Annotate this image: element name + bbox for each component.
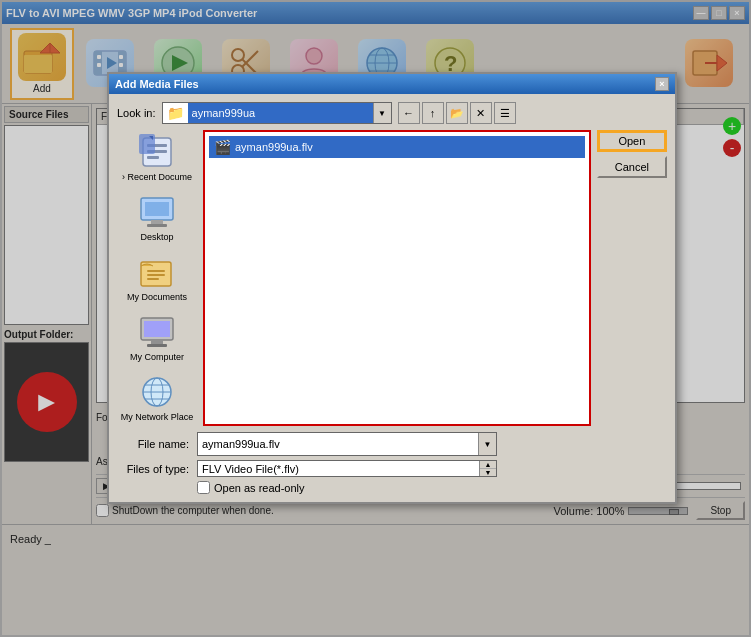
- dialog-cancel-btn[interactable]: Cancel: [597, 156, 667, 178]
- svg-rect-32: [147, 156, 159, 159]
- nav-mycomputer[interactable]: My Computer: [117, 310, 197, 366]
- mydocs-icon: [139, 254, 175, 290]
- dialog-close-icon[interactable]: ×: [655, 77, 669, 91]
- dialog-title-text: Add Media Files: [115, 78, 655, 90]
- delete-btn[interactable]: ✕: [470, 102, 492, 124]
- svg-rect-42: [147, 278, 159, 280]
- dialog-titlebar: Add Media Files ×: [109, 74, 675, 94]
- svg-rect-37: [151, 220, 163, 224]
- desktop-label: Desktop: [140, 232, 173, 242]
- filetype-arrows: ▲ ▼: [479, 461, 496, 476]
- network-icon: [139, 374, 175, 410]
- svg-rect-46: [147, 344, 167, 347]
- filename-row: File name: ▼: [117, 432, 667, 456]
- svg-rect-38: [147, 224, 167, 227]
- mydocs-label: My Documents: [127, 292, 187, 302]
- flv-file-icon: 🎬: [214, 139, 231, 155]
- dialog-open-btn[interactable]: Open: [597, 130, 667, 152]
- folder-icon: 📁: [163, 103, 188, 123]
- svg-rect-44: [144, 321, 170, 337]
- new-folder-btn[interactable]: 📂: [446, 102, 468, 124]
- dialog-main: › Recent Docume Desk: [117, 130, 667, 426]
- dialog-nav: › Recent Docume Desk: [117, 130, 197, 426]
- svg-rect-45: [151, 340, 163, 344]
- svg-rect-40: [147, 270, 165, 272]
- readonly-row: Open as read-only: [117, 481, 667, 494]
- desktop-icon: [139, 194, 175, 230]
- lookin-box[interactable]: 📁 ayman999ua ▼: [162, 102, 392, 124]
- dialog-buttons: Open Cancel: [597, 130, 667, 426]
- network-label: My Network Place: [121, 412, 194, 422]
- recent-icon: [139, 134, 175, 170]
- filetype-row: Files of type: FLV Video File(*.flv) ▲ ▼: [117, 460, 667, 477]
- filename-dropdown-btn[interactable]: ▼: [478, 433, 496, 455]
- mycomputer-label: My Computer: [130, 352, 184, 362]
- nav-network[interactable]: My Network Place: [117, 370, 197, 426]
- filename-input[interactable]: [198, 433, 478, 455]
- nav-mydocs[interactable]: My Documents: [117, 250, 197, 306]
- nav-desktop[interactable]: Desktop: [117, 190, 197, 246]
- filetype-field-label: Files of type:: [117, 463, 189, 475]
- nav-up-btn[interactable]: ↑: [422, 102, 444, 124]
- filetype-up[interactable]: ▲: [480, 461, 496, 469]
- readonly-checkbox[interactable]: [197, 481, 210, 494]
- recent-label: › Recent Docume: [122, 172, 192, 182]
- lookin-label: Look in:: [117, 107, 156, 119]
- dialog-overlay: Add Media Files × Look in: 📁 ayman999ua …: [2, 2, 749, 635]
- nav-recent[interactable]: › Recent Docume: [117, 130, 197, 186]
- mycomputer-icon: [139, 314, 175, 350]
- lookin-row: Look in: 📁 ayman999ua ▼ ← ↑ 📂 ✕ ☰: [117, 102, 667, 124]
- lookin-dropdown-btn[interactable]: ▼: [373, 103, 391, 123]
- filetype-value[interactable]: FLV Video File(*.flv): [198, 461, 479, 476]
- dialog-body: Look in: 📁 ayman999ua ▼ ← ↑ 📂 ✕ ☰: [109, 94, 675, 502]
- file-list: 🎬 ayman999ua.flv: [203, 130, 591, 426]
- readonly-text: Open as read-only: [214, 482, 305, 494]
- nav-back-btn[interactable]: ←: [398, 102, 420, 124]
- readonly-label[interactable]: Open as read-only: [197, 481, 667, 494]
- flv-filename: ayman999ua.flv: [235, 141, 313, 153]
- file-area: 🎬 ayman999ua.flv: [203, 130, 591, 426]
- dialog-toolbar-icons: ← ↑ 📂 ✕ ☰: [398, 102, 516, 124]
- add-media-dialog: Add Media Files × Look in: 📁 ayman999ua …: [107, 72, 677, 504]
- svg-rect-41: [147, 274, 165, 276]
- main-window: FLV to AVI MPEG WMV 3GP MP4 iPod Convert…: [0, 0, 751, 637]
- filename-field-label: File name:: [117, 438, 189, 450]
- svg-rect-36: [145, 202, 169, 216]
- file-item-flv[interactable]: 🎬 ayman999ua.flv: [209, 136, 585, 158]
- lookin-value: ayman999ua: [188, 103, 373, 123]
- filetype-down[interactable]: ▼: [480, 469, 496, 476]
- view-btn[interactable]: ☰: [494, 102, 516, 124]
